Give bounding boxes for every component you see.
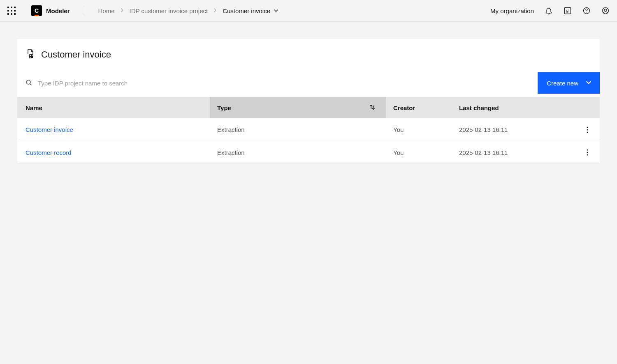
apps-grid-icon[interactable] [7, 7, 16, 15]
svg-point-10 [587, 127, 588, 128]
page-title: Customer invoice [41, 49, 111, 60]
row-lastchanged: 2025-02-13 16:11 [459, 126, 508, 133]
chevron-right-icon [213, 8, 217, 14]
chevron-right-icon [121, 8, 124, 14]
row-type: Extraction [210, 149, 386, 156]
page-heading: Customer invoice [17, 39, 600, 69]
create-new-button[interactable]: Create new [538, 72, 600, 94]
svg-rect-0 [565, 8, 571, 14]
svg-point-2 [586, 12, 587, 13]
table-header: Name Type Creator Last changed [17, 97, 600, 118]
svg-rect-7 [31, 55, 33, 56]
search-icon [26, 79, 32, 87]
notifications-icon[interactable] [545, 7, 553, 15]
chevron-down-icon [274, 7, 278, 14]
create-new-label: Create new [547, 80, 578, 87]
brand-logo[interactable] [31, 5, 42, 16]
row-creator: You [386, 149, 453, 156]
search-wrap [26, 79, 538, 87]
chevron-down-icon [586, 80, 591, 87]
column-header-name[interactable]: Name [17, 104, 210, 111]
svg-point-14 [587, 152, 588, 153]
table-body: Customer invoiceExtractionYou2025-02-13 … [17, 118, 600, 164]
column-header-creator[interactable]: Creator [386, 104, 453, 111]
document-icon [26, 49, 35, 60]
user-avatar-icon[interactable] [601, 7, 610, 15]
svg-point-13 [587, 150, 588, 151]
help-icon[interactable] [582, 7, 591, 15]
column-header-lastchanged[interactable]: Last changed [453, 104, 600, 111]
svg-point-4 [605, 9, 607, 11]
svg-point-12 [587, 131, 588, 133]
svg-point-15 [587, 154, 588, 156]
breadcrumb-home[interactable]: Home [98, 7, 115, 14]
divider [84, 6, 84, 15]
info-center-icon[interactable] [564, 7, 572, 15]
breadcrumb-project[interactable]: IDP customer invoice project [130, 7, 208, 14]
svg-point-11 [587, 129, 588, 130]
sort-icon [369, 104, 376, 112]
row-name-link[interactable]: Customer invoice [26, 126, 73, 133]
toolbar: Create new [17, 69, 600, 97]
content-area: Customer invoice Create new Name Type [0, 22, 617, 181]
column-header-type-label: Type [217, 104, 231, 111]
row-name-link[interactable]: Customer record [26, 149, 72, 156]
topbar-actions: My organization [490, 7, 610, 15]
org-link[interactable]: My organization [490, 7, 534, 14]
column-header-type[interactable]: Type [210, 97, 386, 118]
breadcrumb: Home IDP customer invoice project Custom… [98, 7, 279, 14]
breadcrumb-current-label: Customer invoice [223, 7, 270, 14]
svg-rect-8 [31, 56, 33, 58]
table-row: Customer invoiceExtractionYou2025-02-13 … [17, 118, 600, 141]
row-type: Extraction [210, 126, 386, 133]
breadcrumb-current[interactable]: Customer invoice [223, 7, 278, 14]
topbar: Modeler Home IDP customer invoice projec… [0, 0, 617, 22]
row-menu-button[interactable] [584, 149, 591, 156]
table-row: Customer recordExtractionYou2025-02-13 1… [17, 141, 600, 164]
search-input[interactable] [38, 80, 538, 87]
app-name[interactable]: Modeler [46, 7, 70, 14]
row-lastchanged: 2025-02-13 16:11 [459, 149, 508, 156]
row-creator: You [386, 126, 453, 133]
main-panel: Customer invoice Create new Name Type [17, 39, 600, 164]
row-menu-button[interactable] [584, 127, 591, 133]
